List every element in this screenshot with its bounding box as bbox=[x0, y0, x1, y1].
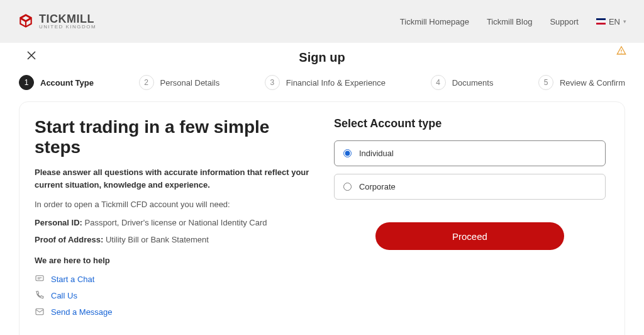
radio-individual[interactable] bbox=[343, 149, 352, 157]
help-call-link[interactable]: Call Us bbox=[51, 291, 77, 300]
language-selector[interactable]: EN ▾ bbox=[596, 17, 626, 26]
personal-id-label: Personal ID: bbox=[35, 218, 82, 227]
main-card: Start trading in a few simple steps Plea… bbox=[19, 101, 625, 335]
personal-id-row: Personal ID: Passport, Driver's license … bbox=[35, 218, 311, 227]
step-account-type[interactable]: 1 Account Type bbox=[19, 75, 94, 90]
step-number: 3 bbox=[265, 75, 280, 90]
mail-icon bbox=[35, 307, 45, 317]
step-label: Personal Details bbox=[160, 78, 220, 88]
page-title: Sign up bbox=[0, 50, 644, 65]
help-call[interactable]: Call Us bbox=[35, 290, 311, 300]
chat-icon bbox=[35, 274, 45, 284]
step-number: 4 bbox=[431, 75, 446, 90]
svg-rect-1 bbox=[36, 276, 43, 281]
close-button[interactable] bbox=[26, 50, 36, 64]
step-documents[interactable]: 4 Documents bbox=[431, 75, 494, 90]
intro-lead: Please answer all questions with accurat… bbox=[35, 166, 311, 191]
help-chat[interactable]: Start a Chat bbox=[35, 274, 311, 284]
nav-support[interactable]: Support bbox=[550, 17, 579, 26]
top-bar: TICKMILL UNITED KINGDOM Tickmill Homepag… bbox=[0, 0, 644, 43]
help-chat-link[interactable]: Start a Chat bbox=[51, 275, 94, 284]
brand-region: UNITED KINGDOM bbox=[39, 25, 96, 30]
option-corporate[interactable]: Corporate bbox=[334, 174, 606, 200]
nav-homepage[interactable]: Tickmill Homepage bbox=[400, 17, 469, 26]
form-panel: Select Account type Individual Corporate… bbox=[328, 117, 612, 323]
step-review-confirm[interactable]: 5 Review & Confirm bbox=[538, 75, 625, 90]
phone-icon bbox=[35, 290, 45, 300]
flag-icon bbox=[596, 18, 606, 25]
logo-icon bbox=[18, 13, 34, 31]
help-message-link[interactable]: Send a Message bbox=[51, 307, 113, 317]
svg-point-0 bbox=[621, 52, 621, 53]
proceed-button[interactable]: Proceed bbox=[375, 222, 564, 250]
page-header: Sign up bbox=[0, 43, 644, 70]
top-nav: Tickmill Homepage Tickmill Blog Support … bbox=[400, 17, 626, 26]
intro-need: In order to open a Tickmill CFD account … bbox=[35, 200, 311, 209]
option-individual[interactable]: Individual bbox=[334, 140, 606, 166]
step-personal-details[interactable]: 2 Personal Details bbox=[139, 75, 220, 90]
step-financial-info[interactable]: 3 Financial Info & Experience bbox=[265, 75, 386, 90]
language-label: EN bbox=[609, 17, 620, 26]
close-icon bbox=[26, 50, 36, 60]
proof-value: Utility Bill or Bank Statement bbox=[106, 235, 209, 244]
personal-id-value: Passport, Driver's license or National I… bbox=[84, 218, 267, 227]
step-label: Documents bbox=[452, 78, 494, 88]
proof-row: Proof of Address: Utility Bill or Bank S… bbox=[35, 235, 311, 244]
chevron-down-icon: ▾ bbox=[623, 18, 626, 25]
step-label: Financial Info & Experience bbox=[286, 78, 386, 88]
step-label: Account Type bbox=[40, 78, 94, 88]
svg-rect-2 bbox=[36, 309, 43, 315]
radio-corporate[interactable] bbox=[343, 183, 352, 191]
brand-name: TICKMILL bbox=[39, 13, 96, 25]
intro-heading: Start trading in a few simple steps bbox=[35, 117, 311, 157]
step-number: 1 bbox=[19, 75, 34, 90]
proof-label: Proof of Address: bbox=[35, 235, 103, 244]
nav-blog[interactable]: Tickmill Blog bbox=[487, 17, 532, 26]
help-message[interactable]: Send a Message bbox=[35, 307, 311, 317]
brand-logo[interactable]: TICKMILL UNITED KINGDOM bbox=[18, 13, 96, 31]
form-heading: Select Account type bbox=[334, 117, 606, 130]
intro-panel: Start trading in a few simple steps Plea… bbox=[32, 117, 316, 323]
warning-icon[interactable] bbox=[616, 45, 626, 57]
option-individual-label: Individual bbox=[359, 149, 394, 158]
stepper: 1 Account Type 2 Personal Details 3 Fina… bbox=[0, 70, 644, 101]
step-number: 2 bbox=[139, 75, 154, 90]
option-corporate-label: Corporate bbox=[359, 182, 396, 191]
step-label: Review & Confirm bbox=[560, 78, 625, 88]
help-heading: We are here to help bbox=[35, 256, 311, 265]
step-number: 5 bbox=[538, 75, 553, 90]
